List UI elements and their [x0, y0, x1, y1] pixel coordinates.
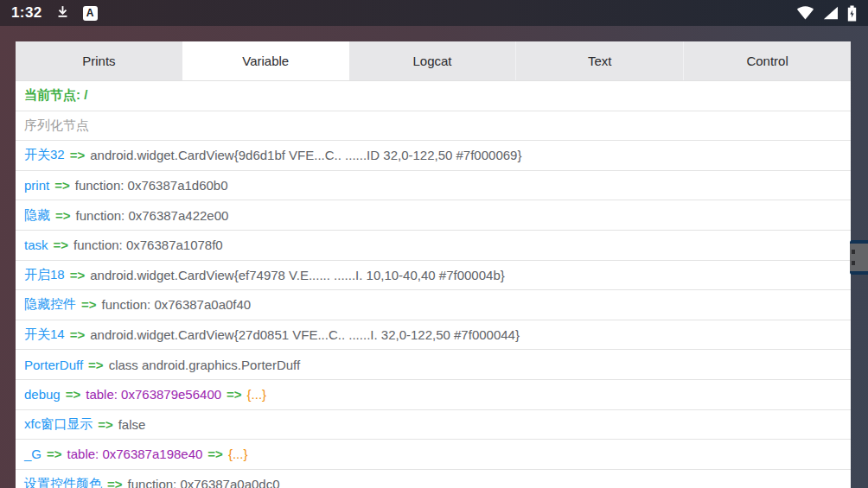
variable-value: table: 0x763879e56400 — [86, 387, 221, 402]
variable-name: 开启18 — [24, 267, 65, 283]
variable-list: 当前节点: / 序列化节点 开关32=>android.widget.CardV… — [16, 81, 851, 488]
variable-name: debug — [24, 387, 61, 402]
edge-handle-mark — [852, 261, 855, 265]
tab-variable[interactable]: Variable — [182, 41, 349, 80]
variable-name: print — [24, 178, 49, 193]
variable-row[interactable]: 开启18=>android.widget.CardView{ef74978 V.… — [16, 261, 851, 291]
variable-row[interactable]: _G=>table: 0x76387a198e40=>{...} — [16, 440, 851, 470]
tab-control[interactable]: Control — [683, 41, 851, 80]
variable-value: function: 0x76387a0a0f40 — [102, 297, 252, 312]
tab-prints[interactable]: Prints — [16, 41, 182, 80]
arrow: => — [98, 417, 113, 432]
variable-row[interactable]: task=>function: 0x76387a1078f0 — [16, 231, 851, 261]
arrow: => — [54, 238, 69, 252]
download-icon — [55, 4, 70, 22]
wifi-icon — [796, 6, 814, 20]
floating-edge-handle[interactable] — [850, 240, 868, 275]
variable-value: function: 0x76387a422e00 — [76, 208, 229, 223]
edge-handle-mark — [852, 250, 855, 254]
variable-name: 隐藏控件 — [24, 296, 76, 313]
arrow: => — [81, 297, 97, 312]
variable-name: xfc窗口显示 — [24, 416, 93, 433]
variable-row[interactable]: 隐藏=>function: 0x76387a422e00 — [16, 200, 851, 231]
variable-row[interactable]: debug=>table: 0x763879e56400=>{...} — [16, 380, 851, 410]
current-node-text: 当前节点: / — [24, 87, 87, 104]
variable-value: {...} — [228, 447, 248, 461]
status-time: 1:32 — [11, 4, 42, 22]
battery-charging-icon — [847, 5, 857, 22]
app-window: Prints Variable Logcat Text Control 当前节点… — [16, 41, 851, 488]
arrow: => — [70, 268, 86, 282]
arrow: => — [70, 148, 86, 162]
variable-value: function: 0x76387a1d60b0 — [75, 178, 228, 193]
cell-signal-icon — [823, 6, 839, 20]
tab-text[interactable]: Text — [515, 41, 683, 80]
tab-bar: Prints Variable Logcat Text Control — [16, 41, 851, 81]
arrow: => — [70, 327, 86, 342]
variable-value: table: 0x76387a198e40 — [67, 447, 203, 461]
current-node-header: 当前节点: / — [16, 81, 851, 111]
variable-name: 隐藏 — [24, 207, 50, 224]
arrow: => — [107, 477, 123, 488]
arrow: => — [227, 387, 242, 402]
variable-value: class android.graphics.PorterDuff — [109, 358, 301, 372]
variable-value: {...} — [247, 387, 267, 402]
arrow: => — [66, 387, 81, 402]
variable-row[interactable]: PorterDuff=>class android.graphics.Porte… — [16, 350, 851, 380]
arrow: => — [54, 178, 70, 193]
variable-name: 开关14 — [24, 326, 65, 343]
status-bar: 1:32 A — [0, 0, 868, 26]
variable-name: task — [24, 238, 48, 252]
arrow: => — [88, 358, 104, 372]
arrow: => — [47, 447, 62, 461]
variable-name: 设置控件颜色 — [24, 476, 102, 488]
variable-value: android.widget.CardView{9d6d1bf VFE...C.… — [90, 148, 521, 162]
variable-row[interactable]: 开关32=>android.widget.CardView{9d6d1bf VF… — [16, 141, 851, 171]
serialize-node-item[interactable]: 序列化节点 — [16, 111, 851, 142]
variable-value: function: 0x76387a0a0dc0 — [128, 477, 280, 488]
variable-row[interactable]: 设置控件颜色=>function: 0x76387a0a0dc0 — [16, 470, 851, 488]
variable-value: false — [118, 417, 146, 432]
autojs-a-badge-icon: A — [83, 6, 98, 21]
a-badge-letter: A — [86, 7, 94, 19]
variable-row[interactable]: print=>function: 0x76387a1d60b0 — [16, 171, 851, 201]
variable-row[interactable]: 隐藏控件=>function: 0x76387a0a0f40 — [16, 290, 851, 320]
arrow: => — [207, 447, 223, 461]
tab-logcat[interactable]: Logcat — [349, 41, 516, 80]
variable-row[interactable]: 开关14=>android.widget.CardView{27d0851 VF… — [16, 320, 851, 351]
variable-value: android.widget.CardView{27d0851 VFE...C.… — [90, 327, 520, 342]
variable-value: function: 0x76387a1078f0 — [73, 238, 223, 252]
serialize-node-label: 序列化节点 — [24, 117, 89, 134]
variable-value: android.widget.CardView{ef74978 V.E.....… — [90, 268, 505, 282]
variable-name: 开关32 — [24, 147, 65, 163]
variable-name: _G — [24, 447, 41, 461]
variable-name: PorterDuff — [24, 358, 83, 372]
variable-row[interactable]: xfc窗口显示=>false — [16, 410, 851, 440]
arrow: => — [55, 208, 71, 223]
